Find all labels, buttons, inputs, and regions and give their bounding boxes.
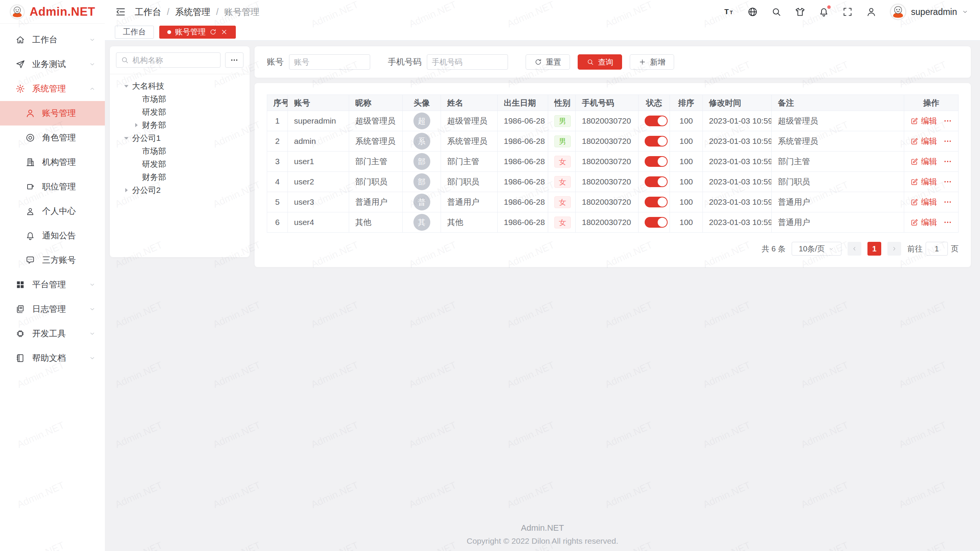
tree-node-研发部[interactable]: 研发部 [116,158,243,171]
sidebar-item-三方账号[interactable]: 三方账号 [0,248,105,272]
tree-node-市场部[interactable]: 市场部 [116,93,243,106]
row-more-button[interactable] [943,177,952,186]
avatar: 其 [413,214,430,231]
tab-close-icon[interactable] [220,28,228,36]
status-toggle[interactable] [645,217,668,228]
tree-node-市场部[interactable]: 市场部 [116,145,243,158]
goto-page-input[interactable] [926,242,948,256]
notification-badge [826,5,831,10]
status-toggle[interactable] [645,156,668,167]
sidebar-item-通知公告[interactable]: 通知公告 [0,223,105,248]
breadcrumb-item[interactable]: 工作台 [135,6,161,18]
edit-button[interactable]: 编辑 [910,176,937,187]
notification-icon[interactable] [818,7,829,17]
sidebar-item-账号管理[interactable]: 账号管理 [0,101,105,126]
reset-button-label: 重置 [546,57,561,67]
search-icon [586,58,594,66]
cell-birthday: 1986-06-28 [498,152,548,172]
edit-button[interactable]: 编辑 [910,116,937,126]
org-name-input[interactable] [116,52,220,68]
row-more-button[interactable] [943,157,952,166]
cell-remark: 系统管理员 [772,131,904,152]
sidebar-item-系统管理[interactable]: 系统管理 [0,77,105,101]
collapse-menu-icon[interactable] [115,6,126,18]
sidebar-item-工作台[interactable]: 工作台 [0,28,105,52]
sidebar-item-角色管理[interactable]: 角色管理 [0,126,105,150]
phone-label: 手机号码 [388,56,421,68]
profile-icon[interactable] [866,7,877,17]
sidebar-item-职位管理[interactable]: 职位管理 [0,174,105,199]
row-more-button[interactable] [943,116,952,126]
page-number-button[interactable]: 1 [867,242,881,256]
tree-node-分公司2[interactable]: 分公司2 [116,184,243,197]
theme-icon[interactable] [795,7,805,17]
cell-modified: 2023-01-03 10:59:44 [703,172,772,192]
next-page-button[interactable] [887,242,901,256]
status-toggle[interactable] [645,197,668,207]
reset-button[interactable]: 重置 [526,54,570,70]
sidebar-item-开发工具[interactable]: 开发工具 [0,321,105,346]
page-size-select[interactable]: 10条/页 [792,242,841,256]
user-menu[interactable]: superadmin [890,3,969,20]
cell-actions: 编辑 [904,212,959,233]
sidebar-item-机构管理[interactable]: 机构管理 [0,150,105,174]
gear-icon [15,84,25,94]
query-button-label: 查询 [598,57,613,67]
bell-icon [25,231,35,241]
tree-node-分公司1[interactable]: 分公司1 [116,132,243,145]
phone-input[interactable] [427,54,508,70]
cell-actions: 编辑 [904,172,959,192]
mascot-logo-icon [10,4,25,20]
position-icon [25,182,35,192]
status-toggle[interactable] [645,116,668,126]
table-row: 3user1部门主管部部门主管1986-06-28女18020030720100… [267,152,959,172]
row-more-button[interactable] [943,218,952,227]
sidebar-item-日志管理[interactable]: 日志管理 [0,297,105,321]
tree-node-财务部[interactable]: 财务部 [116,171,243,184]
account-input[interactable] [289,54,370,70]
tree-node-大名科技[interactable]: 大名科技 [116,80,243,93]
edit-button[interactable]: 编辑 [910,136,937,147]
gender-badge: 女 [554,156,571,168]
query-button[interactable]: 查询 [578,54,622,70]
cell-avatar: 部 [403,152,441,172]
sidebar-item-label: 业务测试 [32,59,89,70]
logo-text: Admin.NET [29,5,95,19]
sidebar-item-平台管理[interactable]: 平台管理 [0,272,105,297]
sidebar-item-帮助文档[interactable]: 帮助文档 [0,346,105,370]
status-toggle[interactable] [645,136,668,147]
edit-button[interactable]: 编辑 [910,197,937,207]
tree-node-研发部[interactable]: 研发部 [116,106,243,119]
row-more-button[interactable] [943,137,952,146]
edit-icon [910,218,918,227]
column-header-modified: 修改时间 [703,95,772,111]
font-size-icon[interactable]: TT [724,7,734,17]
sidebar-menu: 工作台业务测试系统管理账号管理角色管理机构管理职位管理个人中心通知公告三方账号平… [0,24,105,370]
chevron-down-icon [962,8,969,15]
fullscreen-icon[interactable] [842,7,853,17]
gender-badge: 女 [554,217,571,228]
cell-index: 5 [267,192,288,212]
edit-button[interactable]: 编辑 [910,156,937,167]
column-header-account: 账号 [288,95,349,111]
sidebar-item-个人中心[interactable]: 个人中心 [0,199,105,223]
prev-page-button[interactable] [848,242,861,256]
status-toggle[interactable] [645,176,668,187]
column-header-nickname: 昵称 [349,95,403,111]
edit-button[interactable]: 编辑 [910,217,937,228]
sidebar-item-业务测试[interactable]: 业务测试 [0,52,105,77]
caret-down-icon [122,82,131,90]
tab-refresh-icon[interactable] [209,28,217,36]
org-tree-search-row [116,52,243,68]
tab-账号管理[interactable]: 账号管理 [159,26,236,39]
tree-node-财务部[interactable]: 财务部 [116,119,243,132]
tab-工作台[interactable]: 工作台 [115,26,154,39]
tree-more-button[interactable] [225,52,243,68]
language-icon[interactable] [747,7,758,17]
breadcrumb-item[interactable]: 系统管理 [175,6,210,18]
add-button[interactable]: 新增 [630,54,674,70]
row-more-button[interactable] [943,197,952,207]
search-icon[interactable] [771,7,782,17]
row-actions: 编辑 [910,156,952,167]
pagination-total: 共 6 条 [762,244,786,254]
